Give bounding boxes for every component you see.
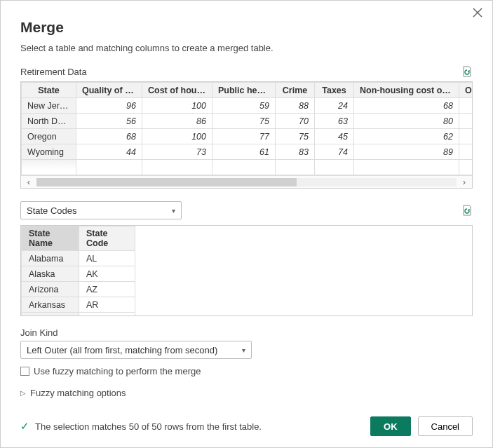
col-quality[interactable]: Quality of life [76,83,142,98]
merge-dialog: Merge Select a table and matching column… [0,0,493,448]
table1-label: Retirement Data [20,67,87,77]
dialog-title: Merge [20,19,473,36]
table-row[interactable]: AlaskaAK [22,266,135,282]
close-icon[interactable] [473,8,482,20]
match-status-text: The selection matches 50 of 50 rows from… [35,421,262,432]
col-state-code[interactable]: State Code [79,226,135,251]
joinkind-value: Left Outer (all from first, matching fro… [27,345,217,355]
dialog-subtitle: Select a table and matching columns to c… [20,43,473,53]
table-row[interactable]: New Jersey 96 100 59 88 24 68 [22,98,473,114]
fuzzy-checkbox-label: Use fuzzy matching to perform the merge [34,366,201,376]
col-state-name[interactable]: State Name [22,226,79,251]
col-nonhousing[interactable]: Non-housing cost of living [354,83,459,98]
scroll-left-icon[interactable]: ‹ [21,177,36,187]
table2-grid[interactable]: State Name State Code AlabamaAL AlaskaAK… [21,226,135,316]
table2: State Name State Code AlabamaAL AlaskaAK… [20,225,473,316]
horizontal-scrollbar[interactable]: ‹ › [21,175,472,188]
scroll-right-icon[interactable]: › [457,177,472,187]
table-row[interactable]: Oregon 68 100 77 75 45 62 [22,129,473,144]
table1: State Quality of life Cost of housing Pu… [20,81,473,189]
col-housing[interactable]: Cost of housing [142,83,212,98]
ok-button[interactable]: OK [370,416,411,436]
chevron-down-icon: ▾ [172,207,175,215]
table-row[interactable]: Wyoming 44 73 61 83 74 89 [22,144,473,160]
fuzzy-options-expander[interactable]: ▷ Fuzzy matching options [20,388,473,398]
refresh-icon[interactable] [461,66,473,77]
table-row[interactable]: CaliforniaCA [22,313,135,317]
chevron-down-icon: ▾ [242,346,245,354]
match-status: ✓ The selection matches 50 of 50 rows fr… [20,420,262,433]
refresh-icon[interactable] [461,205,473,216]
check-icon: ✓ [20,420,29,433]
joinkind-dropdown[interactable]: Left Outer (all from first, matching fro… [20,341,252,359]
col-taxes[interactable]: Taxes [315,83,354,98]
col-ov[interactable]: Ov [459,83,473,98]
table-row-partial: ....... [22,160,473,175]
table-row[interactable]: ArkansasAR [22,297,135,313]
cancel-button[interactable]: Cancel [418,416,473,436]
second-table-dropdown[interactable]: State Codes ▾ [20,201,182,219]
second-table-value: State Codes [27,205,77,216]
scroll-track[interactable] [36,178,457,186]
table1-grid[interactable]: State Quality of life Cost of housing Pu… [21,82,473,175]
table-row[interactable]: North Dakota 56 86 75 70 63 80 [22,114,473,129]
col-state[interactable]: State [22,83,76,98]
chevron-right-icon: ▷ [20,389,26,397]
fuzzy-checkbox-row[interactable]: Use fuzzy matching to perform the merge [20,366,473,376]
fuzzy-checkbox[interactable] [20,367,29,376]
col-crime[interactable]: Crime [276,83,315,98]
fuzzy-options-label: Fuzzy matching options [30,388,126,398]
table-row[interactable]: AlabamaAL [22,251,135,266]
table-row[interactable]: ArizonaAZ [22,282,135,297]
col-health[interactable]: Public health [212,83,276,98]
joinkind-label: Join Kind [20,327,473,338]
scroll-thumb[interactable] [36,178,297,186]
